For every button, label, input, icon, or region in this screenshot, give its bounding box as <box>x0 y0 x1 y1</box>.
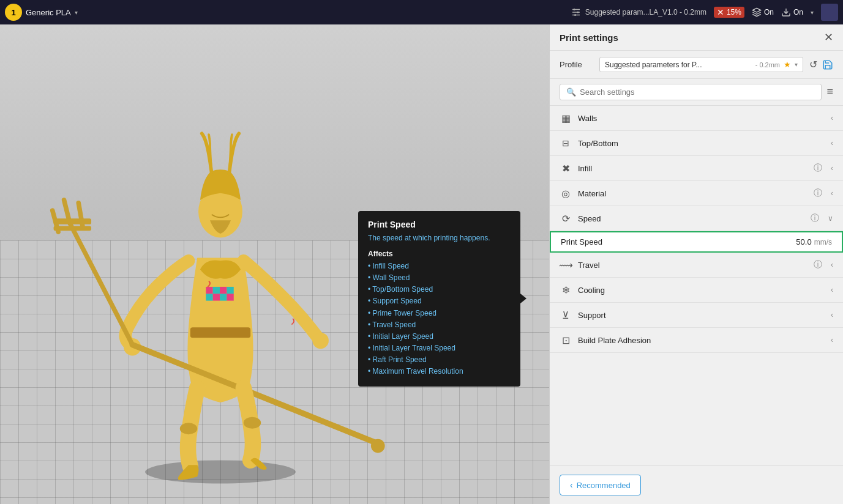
material-icon: ◎ <box>560 187 572 199</box>
reset-profile-button[interactable]: ↺ <box>809 59 817 70</box>
search-icon: 🔍 <box>566 87 576 97</box>
svg-point-3 <box>573 9 575 10</box>
tooltip-item: • Initial Layer Travel Speed <box>368 343 511 354</box>
section-support-label: Support <box>578 311 825 320</box>
star-icon: ★ <box>784 60 791 69</box>
section-material[interactable]: ◎ Material ⓘ ‹ <box>550 181 843 206</box>
tooltip-item: • Travel Speed <box>368 319 511 331</box>
print-settings-panel: Print settings ✕ Profile Suggested param… <box>549 24 843 504</box>
settings-menu-button[interactable]: ≡ <box>826 86 833 98</box>
section-cooling-label: Cooling <box>578 286 825 295</box>
svg-rect-11 <box>220 287 227 294</box>
svg-rect-25 <box>190 327 250 338</box>
on-badge-1: On <box>752 7 774 17</box>
tooltip-description: The speed at which printing happens. <box>368 233 511 243</box>
top-bottom-icon: ⊟ <box>560 137 572 149</box>
search-input-wrap[interactable]: 🔍 <box>560 84 822 100</box>
material-badge: 1 <box>5 4 22 21</box>
save-icon <box>822 59 833 70</box>
speed-header[interactable]: ⟳ Speed ⓘ ∨ <box>550 206 843 231</box>
tooltip-title: Print Speed <box>368 220 511 229</box>
profile-select-text: Suggested parameters for P... <box>605 61 752 69</box>
section-infill[interactable]: ✖ Infill ⓘ ‹ <box>550 156 843 181</box>
svg-rect-12 <box>206 294 212 300</box>
profile-select[interactable]: Suggested parameters for P... - 0.2mm ★ … <box>599 57 803 72</box>
speed-icon: ⟳ <box>560 212 572 224</box>
tooltip-item: • Wall Speed <box>368 272 511 284</box>
travel-info-icon[interactable]: ⓘ <box>814 259 822 270</box>
svg-point-8 <box>145 461 296 484</box>
svg-rect-9 <box>206 287 212 294</box>
material-dropdown-icon[interactable]: ▾ <box>75 9 78 16</box>
figure-container <box>31 61 410 489</box>
profile-dropdown-icon[interactable]: ▾ <box>795 61 798 68</box>
travel-chevron-icon: ‹ <box>831 261 833 269</box>
infill-chevron-icon: ‹ <box>831 164 833 172</box>
speed-info-icon[interactable]: ⓘ <box>811 213 819 224</box>
tooltip-item: • Infill Speed <box>368 261 511 272</box>
section-walls[interactable]: ▦ Walls ‹ <box>550 106 843 131</box>
download-icon <box>781 7 791 17</box>
svg-rect-16 <box>227 294 233 300</box>
tooltip-item: • Raft Print Speed <box>368 354 511 366</box>
tooltip-box: Print Speed The speed at which printing … <box>358 211 520 387</box>
svg-point-19 <box>312 333 328 349</box>
panel-title: Print settings <box>560 32 618 43</box>
tooltip-item: • Maximum Travel Resolution <box>368 366 511 377</box>
svg-rect-10 <box>213 287 220 294</box>
profile-row: Profile Suggested parameters for P... - … <box>550 51 843 79</box>
top-bar: 1 Generic PLA ▾ Suggested param...LA_V1.… <box>0 0 843 24</box>
print-speed-unit: mm/s <box>814 238 832 246</box>
svg-point-5 <box>574 14 576 16</box>
svg-rect-23 <box>54 226 91 231</box>
search-input[interactable] <box>580 87 815 97</box>
section-build-plate[interactable]: ⊡ Build Plate Adhesion ‹ <box>550 328 843 353</box>
settings-list: ▦ Walls ‹ ⊟ Top/Bottom ‹ ✖ Infill ⓘ ‹ ◎ … <box>550 106 843 465</box>
layers-icon <box>752 7 762 17</box>
topbar-dropdown-icon[interactable]: ▾ <box>811 9 814 16</box>
cooling-icon: ❄ <box>560 284 572 296</box>
save-profile-button[interactable] <box>822 59 833 70</box>
section-infill-label: Infill <box>578 164 807 173</box>
profile-icons: ↺ <box>809 59 833 70</box>
section-cooling[interactable]: ❄ Cooling ‹ <box>550 278 843 303</box>
on-label-1: On <box>764 8 774 17</box>
speed-chevron-icon: ∨ <box>828 214 833 223</box>
percent-badge: ✕ 15% <box>714 7 744 18</box>
infill-icon: ✖ <box>560 162 572 174</box>
recommended-row: ‹ Recommended <box>550 465 843 504</box>
infill-info-icon[interactable]: ⓘ <box>814 163 822 174</box>
on-label-2: On <box>793 8 803 17</box>
print-speed-input[interactable] <box>775 237 812 246</box>
section-travel[interactable]: ⟿ Travel ⓘ ‹ <box>550 253 843 278</box>
main-content: Print Speed The speed at which printing … <box>0 24 843 504</box>
support-icon: ⊻ <box>560 309 572 321</box>
material-name: Generic PLA <box>26 8 71 17</box>
close-button[interactable]: ✕ <box>824 32 833 43</box>
top-bar-right: Suggested param...LA_V1.0 - 0.2mm ✕ 15% … <box>571 4 838 21</box>
section-speed-label: Speed <box>578 214 804 223</box>
print-speed-label: Print Speed <box>561 237 775 246</box>
svg-point-24 <box>371 439 385 453</box>
travel-icon: ⟿ <box>560 259 572 271</box>
section-speed: ⟳ Speed ⓘ ∨ Print Speed mm/s <box>550 206 843 253</box>
recommended-button[interactable]: ‹ Recommended <box>560 475 641 495</box>
section-top-bottom-label: Top/Bottom <box>578 139 825 148</box>
warrior-figure <box>31 61 410 489</box>
section-top-bottom[interactable]: ⊟ Top/Bottom ‹ <box>550 131 843 156</box>
suggested-params[interactable]: Suggested param...LA_V1.0 - 0.2mm <box>571 7 706 18</box>
top-bottom-chevron-icon: ‹ <box>831 139 833 147</box>
section-build-plate-label: Build Plate Adhesion <box>578 336 825 345</box>
3d-viewport: Print Speed The speed at which printing … <box>0 24 549 504</box>
tooltip-item: • Top/Bottom Speed <box>368 284 511 295</box>
section-support[interactable]: ⊻ Support ‹ <box>550 303 843 328</box>
svg-point-26 <box>180 423 197 434</box>
recommended-label: Recommended <box>577 481 631 490</box>
svg-point-4 <box>577 12 579 13</box>
topbar-menu-btn[interactable] <box>821 4 838 21</box>
svg-line-21 <box>70 223 132 345</box>
svg-rect-15 <box>227 287 233 294</box>
tooltip-affects-list: • Infill Speed • Wall Speed • Top/Bottom… <box>368 261 511 378</box>
svg-marker-6 <box>752 8 760 12</box>
material-info-icon[interactable]: ⓘ <box>814 188 822 199</box>
